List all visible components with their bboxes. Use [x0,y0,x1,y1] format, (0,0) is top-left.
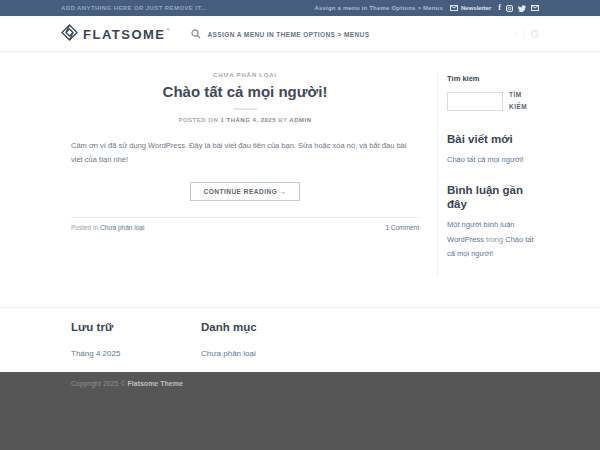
post-meta: POSTED ON 1 THÁNG 4, 2025 BY ADMIN [71,117,419,123]
copyright-brand-link[interactable]: Flatsome Theme [128,380,183,387]
footer-widgets: Lưu trữ Tháng 4 2025 Danh mục Chưa phân … [0,307,600,372]
search-icon[interactable] [191,25,201,43]
continue-reading-button[interactable]: CONTINUE READING → [190,182,299,201]
comments-count-link[interactable]: 1 Comment [385,224,419,231]
logo-text: FLATSOME [83,27,166,42]
facebook-icon[interactable]: f [498,4,501,12]
recent-comments-widget: Bình luận gần đây Một người bình luận Wo… [447,183,539,262]
recent-post-link[interactable]: Chào tất cả mọi người! [447,153,539,167]
posted-in-label: Posted in [71,224,98,231]
recent-comments-title: Bình luận gần đây [447,183,539,212]
meta-date-link[interactable]: 1 THÁNG 4, 2025 [220,117,276,123]
meta-author-link[interactable]: ADMIN [289,117,311,123]
newsletter-link[interactable]: Newsletter [450,5,491,11]
sidebar: Tìm kiếm TÌM KIẾM Bài viết mới Chào tất … [437,72,539,277]
instagram-icon[interactable] [506,5,513,12]
top-bar: ADD ANYTHING HERE OR JUST REMOVE IT... A… [0,0,600,16]
recent-comment-item: Một người bình luận WordPress trong Chào… [447,218,539,261]
absolute-footer: Copyright 2025 © Flatsome Theme [0,372,600,450]
categories-title: Danh mục [201,321,321,333]
meta-by: BY [278,117,287,123]
recent-posts-widget: Bài viết mới Chào tất cả mọi người! [447,132,539,167]
cart-icon[interactable] [530,29,539,40]
comment-connector: trong [484,235,505,244]
post-category-link[interactable]: CHƯA PHÂN LOẠI [71,72,419,78]
archive-link[interactable]: Tháng 4 2025 [71,349,120,358]
search-submit-button[interactable]: TÌM KIẾM [509,89,539,114]
archives-title: Lưu trữ [71,321,191,333]
post-title[interactable]: Chào tất cả mọi người! [71,83,419,100]
twitter-icon[interactable] [518,5,526,12]
envelope-icon [450,5,458,11]
search-widget: Tìm kiếm TÌM KIẾM [447,74,539,114]
topbar-menu-notice[interactable]: Assign a menu in Theme Options > Menus [315,5,443,11]
recent-posts-title: Bài viết mới [447,132,539,146]
topbar-message: ADD ANYTHING HERE OR JUST REMOVE IT... [61,5,207,11]
email-icon[interactable] [531,5,539,11]
post-footer-row: Posted in Chưa phân loại 1 Comment [71,217,419,231]
site-header: FLATSOME® ASSIGN A MENU IN THEME OPTIONS… [0,16,600,52]
site-logo[interactable]: FLATSOME® [61,24,173,45]
category-link[interactable]: Chưa phân loại [201,349,256,358]
nav-menu-notice[interactable]: ASSIGN A MENU IN THEME OPTIONS > MENUS [207,31,369,38]
main-content: CHƯA PHÂN LOẠI Chào tất cả mọi người! PO… [0,52,600,307]
title-divider [233,108,257,110]
blog-post-summary: CHƯA PHÂN LOẠI Chào tất cả mọi người! PO… [71,72,419,231]
archives-widget: Lưu trữ Tháng 4 2025 [61,321,191,360]
flatsome-logo-icon [61,24,78,45]
search-input[interactable] [447,92,503,111]
header-secondary-icons: ‹ | [515,29,539,40]
posted-category-link[interactable]: Chưa phân loại [100,224,144,231]
post-excerpt: Cảm ơn vì đã sử dụng WordPress. Đây là b… [71,139,419,168]
registered-mark: ® [167,27,170,32]
copyright-text: Copyright 2025 © [71,380,128,387]
meta-prefix: POSTED ON [178,117,218,123]
categories-widget: Danh mục Chưa phân loại [191,321,321,360]
chevron-left-icon[interactable]: ‹ [515,29,518,39]
header-divider: | [523,29,525,39]
newsletter-label: Newsletter [461,5,491,11]
search-widget-title: Tìm kiếm [447,74,539,83]
